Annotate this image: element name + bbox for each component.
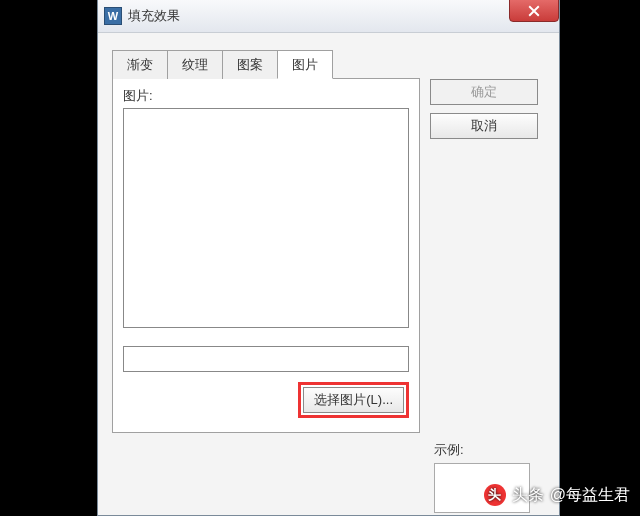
tab-picture[interactable]: 图片 (277, 50, 333, 79)
select-picture-button[interactable]: 选择图片(L)... (303, 387, 404, 413)
tab-texture[interactable]: 纹理 (167, 50, 223, 79)
titlebar: W 填充效果 (98, 0, 559, 33)
example-label: 示例: (434, 441, 464, 459)
watermark-handle: @每益生君 (550, 485, 630, 506)
watermark-icon: 头 (484, 484, 506, 506)
select-picture-highlight: 选择图片(L)... (298, 382, 409, 418)
dialog-body: 渐变 纹理 图案 图片 图片: 选择图片(L)... 确定 取消 示例: (98, 33, 559, 516)
cancel-button[interactable]: 取消 (430, 113, 538, 139)
ok-button[interactable]: 确定 (430, 79, 538, 105)
tab-pattern[interactable]: 图案 (222, 50, 278, 79)
dialog-window: W 填充效果 渐变 纹理 图案 图片 图片: 选择图片(L)... (97, 0, 560, 516)
window-title: 填充效果 (128, 7, 180, 25)
app-icon: W (104, 7, 122, 25)
picture-panel: 图片: 选择图片(L)... (112, 79, 420, 433)
watermark-prefix: 头条 (512, 485, 544, 506)
left-column: 渐变 纹理 图案 图片 图片: 选择图片(L)... (112, 49, 420, 516)
picture-field-label: 图片: (123, 87, 409, 105)
close-button[interactable] (509, 0, 559, 22)
watermark: 头 头条 @每益生君 (484, 484, 630, 506)
select-picture-row: 选择图片(L)... (123, 382, 409, 418)
tab-gradient[interactable]: 渐变 (112, 50, 168, 79)
picture-preview (123, 108, 409, 328)
tab-strip: 渐变 纹理 图案 图片 (112, 49, 420, 79)
right-column: 确定 取消 示例: (430, 49, 538, 516)
picture-name-field (123, 346, 409, 372)
close-icon (528, 5, 540, 17)
